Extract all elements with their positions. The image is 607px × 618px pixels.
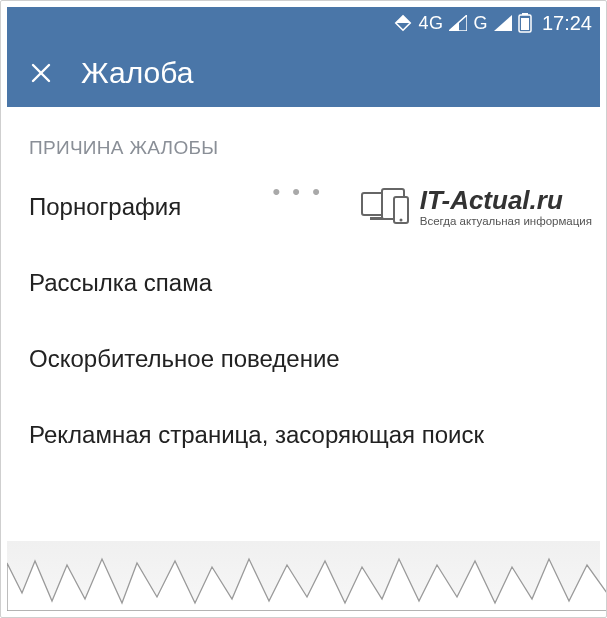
- section-label: ПРИЧИНА ЖАЛОБЫ: [7, 107, 600, 169]
- reason-item[interactable]: Рассылка спама: [7, 245, 600, 321]
- network-type-label-2: G: [473, 13, 488, 34]
- content: ПРИЧИНА ЖАЛОБЫ Порнография Рассылка спам…: [7, 107, 600, 541]
- close-button[interactable]: [25, 57, 57, 89]
- reason-item[interactable]: Оскорбительное поведение: [7, 321, 600, 397]
- reason-item[interactable]: Рекламная страница, засоряющая поиск: [7, 397, 600, 473]
- reason-item[interactable]: Порнография: [7, 169, 600, 245]
- torn-edge-icon: [7, 553, 607, 611]
- svg-marker-3: [449, 22, 459, 31]
- network-type-label-1: 4G: [418, 13, 443, 34]
- app-screen: 4G G 17:24 Жалоба ПРИЧИНА ЖАЛОБЫ Порногр…: [7, 7, 600, 611]
- page-title: Жалоба: [81, 56, 193, 90]
- signal-icon-1: [449, 15, 467, 31]
- toolbar: Жалоба: [7, 39, 600, 107]
- battery-icon: [518, 13, 532, 33]
- signal-icon-2: [494, 15, 512, 31]
- network-diamond-icon: [394, 14, 412, 32]
- torn-footer: [7, 541, 600, 611]
- svg-marker-1: [396, 16, 410, 23]
- clock: 17:24: [542, 12, 592, 35]
- svg-rect-7: [521, 18, 529, 30]
- svg-marker-4: [494, 15, 512, 31]
- status-bar: 4G G 17:24: [7, 7, 600, 39]
- close-icon: [30, 62, 52, 84]
